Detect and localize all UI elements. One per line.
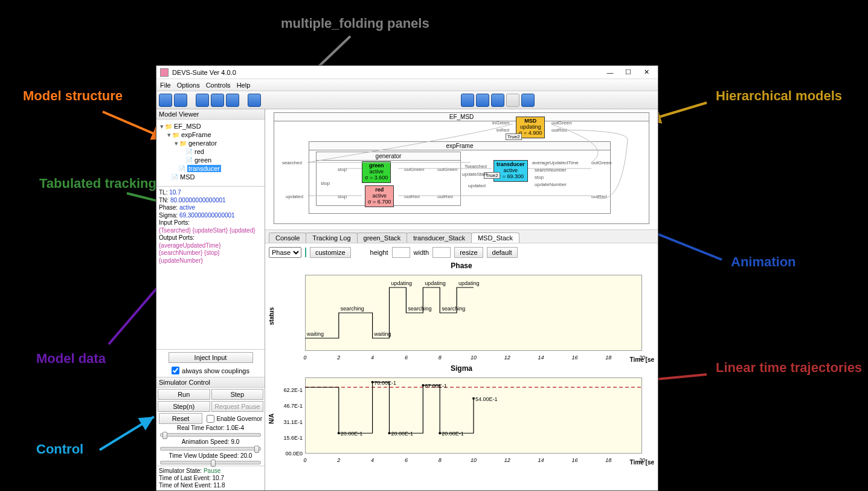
annot-tabulated-tracking: Tabulated tracking bbox=[39, 175, 156, 193]
tab-trackinglog[interactable]: Tracking Log bbox=[306, 233, 357, 243]
maximize-button[interactable]: ☐ bbox=[620, 67, 636, 78]
toolbar-btn-6[interactable] bbox=[248, 94, 261, 107]
height-input[interactable] bbox=[392, 247, 410, 258]
window-title: DEVS-Suite Ver 4.0.0 bbox=[172, 69, 600, 76]
rtf-label: Real Time Factor: 1.0E-4 bbox=[156, 424, 265, 432]
chart-area: Phase customize height width resize defa… bbox=[265, 243, 658, 490]
tn-value: 80.00000000000001 bbox=[170, 197, 226, 204]
always-show-couplings-checkbox[interactable] bbox=[172, 367, 179, 374]
sim-forward-button[interactable] bbox=[491, 94, 504, 107]
minimize-button[interactable]: — bbox=[602, 67, 618, 78]
app-window: DEVS-Suite Ver 4.0.0 — ☐ ✕ File Options … bbox=[156, 65, 658, 491]
annot-model-data: Model data bbox=[36, 350, 106, 368]
model-viewer-header: Model Viewer bbox=[156, 109, 265, 120]
tree-expframe[interactable]: expFrame bbox=[181, 131, 211, 138]
svg-line-3 bbox=[100, 417, 154, 450]
enable-governor-checkbox[interactable] bbox=[207, 415, 214, 423]
phase-value: active bbox=[179, 204, 195, 211]
toolbar-btn-4[interactable] bbox=[211, 94, 224, 107]
rtf-slider[interactable] bbox=[160, 433, 261, 437]
simctrl-header: Simulator Control bbox=[156, 377, 265, 388]
tree-generator[interactable]: generator bbox=[188, 140, 217, 147]
anim-label: Animation Speed: 9.0 bbox=[156, 438, 265, 446]
left-panel: Model Viewer ▾📁EF_MSD ▾📁expFrame ▾📁gener… bbox=[156, 109, 265, 490]
chart-phase: PhasestatusTime [se02468101214161820wait… bbox=[269, 262, 654, 364]
anim-slider[interactable] bbox=[160, 447, 261, 451]
tab-greenstack[interactable]: green_Stack bbox=[357, 233, 408, 243]
tvus-slider[interactable] bbox=[160, 461, 261, 464]
menu-help[interactable]: Help bbox=[237, 82, 251, 89]
tab-msdstack[interactable]: MSD_Stack bbox=[471, 233, 519, 243]
msg-true2a: True2 bbox=[506, 133, 522, 140]
sim-play-button[interactable] bbox=[476, 94, 489, 107]
phase-select[interactable]: Phase bbox=[269, 247, 301, 258]
close-button[interactable]: ✕ bbox=[638, 67, 654, 78]
tab-console[interactable]: Console bbox=[269, 233, 306, 243]
simulator-control: Simulator Control Run Step Step(n) Reque… bbox=[156, 377, 265, 490]
inject-input-button[interactable]: Inject Input bbox=[169, 352, 253, 363]
dev-green[interactable]: greenactiveσ = 3.600 bbox=[362, 161, 391, 183]
tracking-panel: TL: 10.7 TN: 80.00000000000001 Phase: ac… bbox=[156, 186, 265, 349]
annot-animation: Animation bbox=[731, 254, 796, 271]
run-button[interactable]: Run bbox=[158, 389, 210, 400]
input-ports: {Tsearched} {updateStart} {updated} bbox=[159, 227, 262, 235]
customize-button[interactable]: customize bbox=[310, 247, 351, 258]
tab-transducerstack[interactable]: transducer_Stack bbox=[407, 233, 472, 243]
stepn-button[interactable]: Step(n) bbox=[158, 401, 210, 412]
default-button[interactable]: default bbox=[487, 247, 518, 258]
sim-rewind-button[interactable] bbox=[461, 94, 474, 107]
tree-red[interactable]: red bbox=[194, 148, 204, 155]
sim-stop-button[interactable] bbox=[506, 94, 519, 107]
toolbar-btn-3[interactable] bbox=[196, 94, 209, 107]
tvus-label: Time View Update Speed: 20.0 bbox=[156, 452, 265, 460]
dev-red[interactable]: redactiveσ = 6.700 bbox=[365, 185, 394, 207]
resize-button[interactable]: resize bbox=[454, 247, 483, 258]
sigma-value: 69.30000000000001 bbox=[179, 212, 235, 219]
annot-hierarchical-models: Hierarchical models bbox=[716, 88, 842, 105]
toolbar bbox=[156, 91, 658, 109]
menu-controls[interactable]: Controls bbox=[206, 82, 231, 89]
model-tree[interactable]: ▾📁EF_MSD ▾📁expFrame ▾📁generator 📄red 📄gr… bbox=[156, 120, 265, 186]
sim-reload-button[interactable] bbox=[521, 94, 535, 107]
toolbar-btn-1[interactable] bbox=[159, 94, 172, 107]
menubar: File Options Controls Help bbox=[156, 79, 658, 91]
last-event: 10.7 bbox=[213, 475, 224, 481]
toolbar-btn-2[interactable] bbox=[174, 94, 187, 107]
menu-options[interactable]: Options bbox=[177, 82, 200, 89]
tl-value: 10.7 bbox=[169, 189, 181, 196]
reset-button[interactable]: Reset bbox=[159, 413, 202, 424]
toolbar-btn-5[interactable] bbox=[226, 94, 239, 107]
width-input[interactable] bbox=[432, 247, 451, 258]
sim-state: Pause bbox=[204, 467, 220, 474]
titlebar[interactable]: DEVS-Suite Ver 4.0.0 — ☐ ✕ bbox=[156, 66, 658, 79]
request-pause-button[interactable]: Request Pause bbox=[211, 401, 264, 412]
tree-msd[interactable]: MSD bbox=[180, 173, 194, 181]
menu-file[interactable]: File bbox=[160, 82, 171, 89]
app-icon bbox=[160, 68, 169, 77]
next-event: 11.8 bbox=[213, 482, 225, 489]
chart-sigma: SigmaN/ATime [se0246810121416182000.0E01… bbox=[269, 364, 654, 467]
tree-green[interactable]: green bbox=[194, 156, 211, 164]
output-tabs: Console Tracking Log green_Stack transdu… bbox=[265, 230, 658, 243]
tree-transducer[interactable]: transducer bbox=[187, 165, 221, 172]
step-button[interactable]: Step bbox=[211, 389, 264, 400]
annot-model-structure: Model structure bbox=[23, 88, 123, 105]
model-canvas[interactable]: EF_MSD expFrame generator greenactiveσ =… bbox=[265, 109, 658, 230]
tree-root[interactable]: EF_MSD bbox=[174, 123, 201, 130]
annot-control: Control bbox=[36, 441, 83, 458]
annot-linear-time: Linear time trajectories bbox=[716, 359, 862, 377]
output-ports: {averageUpdatedTime} {searchNumber} {sto… bbox=[159, 242, 262, 265]
annot-multiple-folding: multiple_folding panels bbox=[281, 15, 429, 33]
right-panel: EF_MSD expFrame generator greenactiveσ =… bbox=[265, 109, 658, 490]
